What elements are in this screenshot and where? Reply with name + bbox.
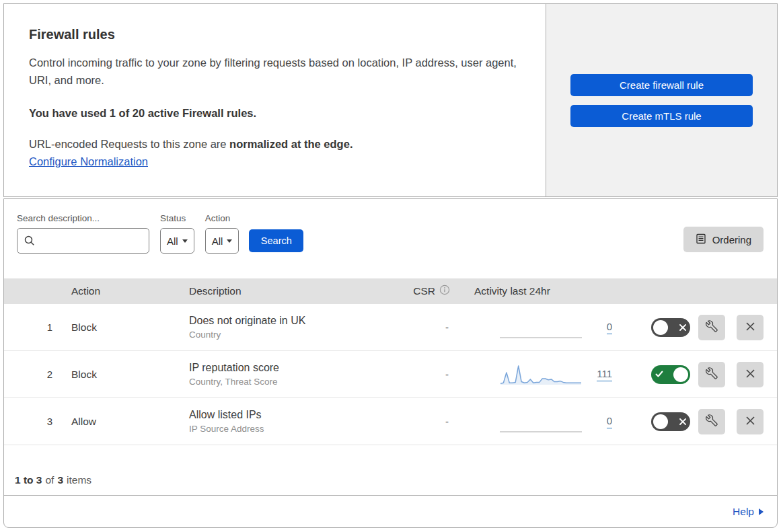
activity-count-link[interactable]: 111 xyxy=(597,368,612,381)
rule-csr-value: - xyxy=(404,321,451,333)
rule-criteria: Country xyxy=(189,330,404,340)
items-total: 3 xyxy=(57,474,63,486)
normalization-prefix: URL-encoded Requests to this zone are xyxy=(29,138,229,150)
create-firewall-rule-button[interactable]: Create firewall rule xyxy=(570,74,753,96)
rule-csr-value: - xyxy=(404,416,451,427)
edit-rule-button[interactable] xyxy=(698,362,725,387)
close-icon xyxy=(745,416,755,428)
rule-action: Block xyxy=(71,321,189,334)
status-group: Status All xyxy=(160,213,194,254)
rule-criteria: Country, Threat Score xyxy=(189,377,404,387)
create-mtls-rule-button[interactable]: Create mTLS rule xyxy=(570,105,753,127)
chevron-down-icon xyxy=(227,239,232,243)
status-toggle[interactable] xyxy=(651,412,690,431)
configure-normalization-link[interactable]: Configure Normalization xyxy=(29,155,148,167)
rule-description: Does not originate in UK Country xyxy=(189,315,404,340)
activity-sparkline xyxy=(500,410,582,433)
status-toggle[interactable] xyxy=(651,365,690,384)
toggle-knob xyxy=(673,367,688,382)
rule-action: Block xyxy=(71,369,189,381)
status-select[interactable]: All xyxy=(160,228,194,254)
action-label: Action xyxy=(205,213,239,223)
items-word: items xyxy=(67,474,91,486)
filter-bar: Search description... Status All Action … xyxy=(4,199,777,278)
status-label: Status xyxy=(160,213,194,223)
info-icon[interactable] xyxy=(439,284,450,298)
table-header: Action Description CSR Activity last 24h… xyxy=(4,278,777,304)
table-row: 3 Allow Allow listed IPs IP Source Addre… xyxy=(4,398,777,445)
activity-count-link[interactable]: 0 xyxy=(607,415,612,428)
items-of: of xyxy=(45,474,54,486)
wrench-icon xyxy=(706,414,718,428)
firewall-overview-text: Firewall rules Control incoming traffic … xyxy=(4,4,546,196)
rule-activity-cell: 0 xyxy=(451,304,616,350)
firewall-rules-table-card: Search description... Status All Action … xyxy=(3,198,778,528)
rule-title: Does not originate in UK xyxy=(189,315,404,327)
csr-label: CSR xyxy=(413,285,435,297)
normalization-bold: normalized at the edge. xyxy=(229,138,352,150)
delete-rule-button[interactable] xyxy=(737,362,764,387)
close-icon xyxy=(745,369,755,381)
delete-rule-button[interactable] xyxy=(737,409,764,434)
firewall-overview-card: Firewall rules Control incoming traffic … xyxy=(3,3,778,197)
column-csr: CSR xyxy=(413,284,451,298)
normalization-note: URL-encoded Requests to this zone are no… xyxy=(29,138,519,151)
help-row: Help xyxy=(4,495,777,527)
toggle-knob xyxy=(653,320,668,335)
ordering-label: Ordering xyxy=(712,234,751,245)
rule-description: IP reputation score Country, Threat Scor… xyxy=(189,362,404,387)
rule-activity-cell: 111 xyxy=(451,351,616,397)
toggle-knob xyxy=(653,414,668,429)
rule-criteria: IP Source Address xyxy=(189,424,404,434)
wrench-icon xyxy=(706,367,718,381)
search-box xyxy=(17,228,149,254)
activity-sparkline xyxy=(500,363,582,386)
rule-description: Allow listed IPs IP Source Address xyxy=(189,409,404,434)
column-activity: Activity last 24hr xyxy=(451,285,616,297)
table-body: 1 Block Does not originate in UK Country… xyxy=(4,304,777,445)
toggle-state-icon xyxy=(655,369,663,381)
edit-rule-button[interactable] xyxy=(698,315,725,340)
search-icon xyxy=(24,235,35,249)
rule-toggle-cell xyxy=(616,412,690,431)
wrench-icon xyxy=(706,320,718,334)
toggle-state-icon xyxy=(679,321,686,334)
usage-summary: You have used 1 of 20 active Firewall ru… xyxy=(29,107,519,120)
table-pagination-summary: 1 to 3 of 3 items xyxy=(4,445,777,495)
page-title: Firewall rules xyxy=(29,27,519,42)
search-input[interactable] xyxy=(17,228,149,254)
rule-toggle-cell xyxy=(616,365,690,384)
column-description: Description xyxy=(189,285,404,297)
rule-delete-cell xyxy=(725,409,764,434)
delete-rule-button[interactable] xyxy=(737,315,764,340)
rule-delete-cell xyxy=(725,362,764,387)
rule-toggle-cell xyxy=(616,318,690,337)
arrow-right-icon xyxy=(759,508,764,515)
rule-title: IP reputation score xyxy=(189,362,404,374)
close-icon xyxy=(745,321,755,334)
action-group: Action All xyxy=(205,213,239,254)
ordering-button[interactable]: Ordering xyxy=(683,227,764,252)
action-select[interactable]: All xyxy=(205,228,239,254)
activity-count-link[interactable]: 0 xyxy=(607,321,612,334)
rule-delete-cell xyxy=(725,315,764,340)
table-row: 1 Block Does not originate in UK Country… xyxy=(4,304,777,351)
status-toggle[interactable] xyxy=(651,318,690,337)
rule-priority: 2 xyxy=(4,369,71,380)
toggle-state-icon xyxy=(679,416,686,428)
rule-action: Allow xyxy=(71,416,189,428)
items-range: 1 to 3 xyxy=(15,474,42,486)
search-label: Search description... xyxy=(17,213,149,223)
help-link[interactable]: Help xyxy=(733,506,764,518)
edit-rule-button[interactable] xyxy=(698,409,725,434)
ordering-list-icon xyxy=(696,233,706,246)
search-group: Search description... xyxy=(17,213,149,254)
action-selected-value: All xyxy=(212,235,223,247)
actions-panel: Create firewall rule Create mTLS rule xyxy=(546,4,777,196)
page-description: Control incoming traffic to your zone by… xyxy=(29,54,519,89)
rule-csr-value: - xyxy=(404,369,451,380)
search-button[interactable]: Search xyxy=(249,229,303,252)
rule-edit-cell xyxy=(690,315,725,340)
rule-edit-cell xyxy=(690,362,725,387)
status-selected-value: All xyxy=(167,235,178,247)
